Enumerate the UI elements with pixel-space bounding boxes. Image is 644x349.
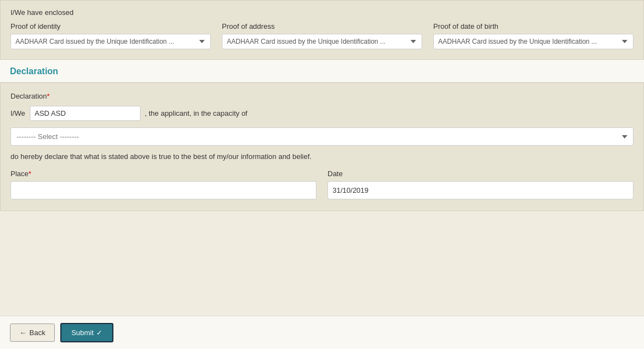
proof-dob-label: Proof of date of birth (433, 22, 633, 30)
date-input[interactable] (328, 181, 633, 199)
back-arrow-icon: ← (19, 329, 27, 337)
proof-dob-col: Proof of date of birth AADHAAR Card issu… (433, 22, 633, 49)
declaration-heading-row: Declaration (0, 60, 644, 83)
back-button[interactable]: ← Back (10, 324, 55, 342)
declaration-section: Declaration* I/We , the applicant, in th… (0, 83, 644, 211)
footer: ← Back Submit ✓ (0, 316, 644, 349)
applicant-name-input[interactable] (30, 106, 141, 121)
date-col: Date (328, 170, 633, 199)
checkmark-icon: ✓ (96, 329, 102, 337)
iwe-prefix: I/We (11, 109, 25, 117)
declaration-heading: Declaration (10, 66, 634, 76)
declaration-field-label: Declaration* (11, 92, 633, 100)
back-label: Back (29, 329, 45, 337)
place-input[interactable] (11, 181, 316, 199)
enclosed-section: I/We have enclosed Proof of identity AAD… (0, 0, 644, 60)
submit-button[interactable]: Submit ✓ (60, 323, 113, 342)
place-required-marker: * (29, 170, 32, 178)
capacity-select[interactable]: -------- Select -------- (11, 127, 633, 146)
declaration-required-marker: * (47, 92, 50, 100)
proof-row: Proof of identity AADHAAR Card issued by… (11, 22, 633, 49)
proof-address-col: Proof of address AADHAAR Card issued by … (222, 22, 422, 49)
proof-address-label: Proof of address (222, 22, 422, 30)
proof-identity-col: Proof of identity AADHAAR Card issued by… (11, 22, 211, 49)
proof-identity-label: Proof of identity (11, 22, 211, 30)
place-col: Place* (11, 170, 316, 199)
iwe-row: I/We , the applicant, in the capacity of (11, 106, 633, 121)
place-label: Place* (11, 170, 316, 178)
proof-dob-select[interactable]: AADHAAR Card issued by the Unique Identi… (433, 34, 633, 49)
proof-identity-select[interactable]: AADHAAR Card issued by the Unique Identi… (11, 34, 211, 49)
applicant-suffix: , the applicant, in the capacity of (145, 109, 248, 117)
declaration-text: do hereby declare that what is stated ab… (11, 152, 633, 161)
proof-address-select[interactable]: AADHAAR Card issued by the Unique Identi… (222, 34, 422, 49)
date-label: Date (328, 170, 633, 178)
place-date-row: Place* Date (11, 170, 633, 199)
submit-label: Submit (71, 329, 94, 337)
enclosed-title: I/We have enclosed (11, 8, 633, 17)
page-wrapper: I/We have enclosed Proof of identity AAD… (0, 0, 644, 349)
